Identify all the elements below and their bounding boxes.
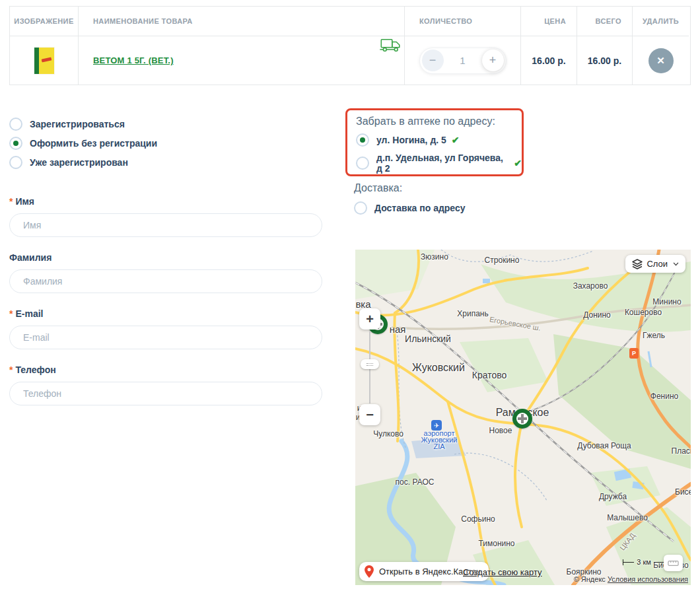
quantity-value[interactable]: 1 — [460, 55, 465, 66]
radio-circle[interactable] — [354, 201, 367, 215]
delete-cell: ✕ — [633, 36, 689, 85]
map-place-label: Жуковский — [412, 362, 465, 374]
field-label: Фамилия — [9, 252, 322, 263]
layers-icon — [632, 259, 643, 269]
delete-item-button[interactable]: ✕ — [648, 48, 674, 73]
product-image[interactable] — [34, 48, 54, 74]
required-mark: * — [9, 365, 13, 375]
col-header-total: ВСЕГО — [577, 7, 633, 36]
layers-label: Слои — [647, 259, 668, 269]
map-place-label: Ильинский — [405, 333, 451, 344]
radio-already-registered[interactable]: Уже зарегистрирован — [9, 156, 157, 169]
radio-circle[interactable] — [9, 118, 22, 131]
col-header-delete: УДАЛИТЬ — [633, 7, 689, 36]
map-place-label: Бисер — [675, 487, 691, 497]
product-link[interactable]: ВЕТОМ 1 5Г. (ВЕТ.) — [93, 55, 174, 65]
radio-circle[interactable] — [9, 156, 22, 169]
price-value: 16.00 р. — [521, 55, 577, 66]
map-place-label: Минино — [652, 297, 681, 306]
rail-station-icon[interactable]: Р — [629, 348, 639, 359]
map-place-label: ная — [390, 324, 406, 335]
create-own-map-link[interactable]: Создать свою карту — [463, 567, 542, 577]
map-place-label: Чулково — [373, 429, 403, 438]
pickup-section-highlighted: Забрать в аптеке по адресу: ул. Ногина, … — [345, 108, 524, 176]
phone-input[interactable] — [9, 382, 322, 405]
radio-label: Уже зарегистрирован — [30, 157, 128, 168]
radio-delivery-address[interactable]: Доставка по адресу — [354, 201, 466, 215]
field-email: *E-mail — [9, 308, 322, 349]
price-cell: 16.00 р. — [521, 36, 577, 85]
ruler-button[interactable] — [664, 555, 683, 571]
map-place-label: Софьино — [461, 514, 495, 524]
radio-no-registration[interactable]: Оформить без регистрации — [9, 137, 157, 150]
radio-circle[interactable] — [356, 133, 369, 147]
map-place-label: Тимонино — [478, 539, 514, 548]
map-place-label: Строкино — [485, 256, 520, 265]
map-place-label: Дружба — [599, 492, 627, 501]
field-name: *Имя — [9, 196, 322, 237]
quantity-stepper: − 1 + — [419, 48, 507, 74]
radio-label: ул. Ногина, д. 5 — [376, 135, 446, 145]
zoom-out-button[interactable]: − — [359, 404, 380, 425]
map-place-label: Захарово — [573, 281, 608, 291]
chevron-down-icon — [673, 262, 679, 266]
pharmacy-marker-ramenskoye[interactable] — [512, 409, 532, 429]
ruler-icon — [668, 560, 679, 567]
radio-circle[interactable] — [356, 157, 369, 170]
zoom-in-button[interactable]: + — [359, 308, 380, 330]
radio-pickup-udelnaya[interactable]: д.п. Удельная, ул Горячева, д 2 ✔ — [356, 153, 522, 174]
total-value: 16.00 р. — [577, 55, 632, 66]
map-place-label: Кратово — [472, 370, 507, 380]
delivery-section: Доставка: Доставка по адресу — [354, 182, 466, 221]
map-place-label: Донино — [583, 310, 611, 320]
product-image-mark — [41, 57, 52, 62]
total-cell: 16.00 р. — [577, 36, 633, 85]
radio-register[interactable]: Зарегистрироваться — [9, 118, 157, 131]
map-place-label: Хрипань — [457, 309, 488, 318]
map-scale: 3 км — [623, 558, 665, 566]
col-header-price: ЦЕНА — [521, 7, 577, 36]
col-header-name: НАИМЕНОВАНИЕ ТОВАРА — [79, 7, 405, 36]
col-header-quantity: КОЛИЧЕСТВО — [405, 7, 521, 36]
field-label-text: Имя — [15, 196, 34, 207]
field-label: *Имя — [9, 196, 322, 207]
radio-label: Зарегистрироваться — [30, 119, 125, 129]
map-scale-label: 3 км — [637, 558, 651, 566]
quantity-cell: − 1 + — [405, 36, 521, 85]
radio-circle[interactable] — [9, 137, 22, 150]
registration-options: Зарегистрироваться Оформить без регистра… — [9, 118, 157, 175]
map-place-label: Фенино — [650, 392, 678, 401]
quantity-decrease-button[interactable]: − — [422, 50, 444, 71]
radio-pickup-nogina[interactable]: ул. Ногина, д. 5 ✔ — [356, 133, 522, 147]
map-place-label: Пласкин — [672, 446, 691, 456]
availability-check-icon: ✔ — [514, 158, 522, 168]
radio-label: Оформить без регистрации — [30, 138, 157, 149]
quantity-increase-button[interactable]: + — [482, 50, 504, 71]
product-image-cell — [10, 36, 79, 85]
airport-icon[interactable]: ✈ — [431, 420, 442, 431]
surname-input[interactable] — [9, 269, 322, 293]
layers-button[interactable]: Слои — [625, 255, 685, 273]
radio-label: д.п. Удельная, ул Горячева, д 2 — [376, 153, 508, 174]
delivery-truck-icon — [380, 38, 402, 55]
name-input[interactable] — [9, 213, 322, 237]
copyright-label: © Яндекс — [574, 575, 606, 583]
map-place-label: ЦКАД — [618, 532, 637, 552]
delivery-title: Доставка: — [354, 182, 466, 194]
map-place-label: Гжель — [643, 331, 665, 340]
map-place-label: Егорьевское ш. — [489, 315, 541, 331]
customer-form: *Имя Фамилия *E-mail *Телефон — [9, 196, 322, 421]
zoom-slider-handle[interactable] — [361, 359, 379, 369]
yandex-map[interactable]: ЗюзиноСтрокиноЗахаровоМининоХрипаньЕгорь… — [355, 250, 691, 585]
map-place-label: Дубовая Роща — [577, 441, 631, 450]
field-label-text: Телефон — [15, 365, 55, 375]
required-mark: * — [9, 308, 13, 319]
pickup-title: Забрать в аптеке по адресу: — [356, 116, 522, 127]
terms-of-use-link[interactable]: Условия использования — [608, 575, 688, 583]
email-input[interactable] — [9, 326, 322, 349]
field-phone: *Телефон — [9, 365, 322, 405]
field-label: *E-mail — [9, 308, 322, 319]
field-label: *Телефон — [9, 365, 322, 375]
field-label-text: E-mail — [15, 308, 43, 319]
map-place-label: пос. РАОС — [396, 477, 435, 487]
